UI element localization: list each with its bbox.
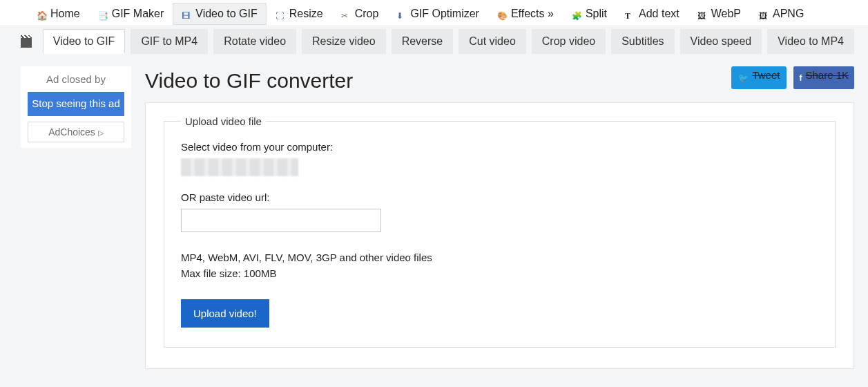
stop-seeing-ad-button[interactable]: Stop seeing this ad <box>28 92 124 116</box>
topnav-gifmaker-label: GIF Maker <box>112 8 164 20</box>
topnav-home-label: Home <box>50 8 80 20</box>
topnav-home[interactable]: Home <box>28 3 89 25</box>
url-label: OR paste video url: <box>181 191 818 203</box>
clapperboard-icon <box>21 35 32 48</box>
topnav-video2gif[interactable]: Video to GIF <box>173 3 267 25</box>
topnav-crop-label: Crop <box>355 8 379 20</box>
video-icon <box>182 9 193 19</box>
format-hint: MP4, WebM, AVI, FLV, MOV, 3GP and other … <box>181 250 818 281</box>
topnav-split-label: Split <box>586 8 607 20</box>
crop-icon <box>341 9 352 19</box>
tab-rot[interactable]: Rotate video <box>213 29 296 54</box>
topnav-resize-label: Resize <box>289 8 323 20</box>
topnav-apng[interactable]: APNG <box>750 3 813 25</box>
upload-panel: Upload video file Select video from your… <box>145 102 854 369</box>
tab-v2m[interactable]: Video to MP4 <box>767 29 854 54</box>
upload-legend: Upload video file <box>181 115 266 127</box>
adchoices-button[interactable]: AdChoices▷ <box>28 122 124 142</box>
upload-video-button[interactable]: Upload video! <box>181 299 269 328</box>
topnav-gifmaker[interactable]: GIF Maker <box>89 3 173 25</box>
facebook-icon: f <box>799 73 802 83</box>
ad-sidebar: Ad closed by Stop seeing this ad AdChoic… <box>21 66 131 148</box>
split-icon <box>572 9 583 19</box>
tab-spd[interactable]: Video speed <box>680 29 762 54</box>
topnav-optimizer[interactable]: GIF Optimizer <box>387 3 488 25</box>
tab-v2g[interactable]: Video to GIF <box>43 29 126 54</box>
twitter-icon: 🐦 <box>738 73 749 83</box>
hint-line-2: Max file size: 100MB <box>181 267 276 279</box>
tweet-button[interactable]: 🐦Tweet <box>731 66 787 89</box>
topnav-effects[interactable]: Effects » <box>488 3 563 25</box>
topnav-webp-label: WebP <box>711 8 741 20</box>
file-input-placeholder[interactable] <box>181 158 298 176</box>
eff-icon <box>497 9 508 19</box>
topnav-split[interactable]: Split <box>563 3 616 25</box>
webp-icon <box>697 9 708 19</box>
facebook-share-button[interactable]: fShare 1K <box>793 66 854 89</box>
topnav-crop[interactable]: Crop <box>332 3 388 25</box>
apng-icon <box>759 9 770 19</box>
home-icon <box>37 9 48 19</box>
tab-g2m[interactable]: GIF to MP4 <box>131 29 208 54</box>
topnav-optimizer-label: GIF Optimizer <box>410 8 479 20</box>
topnav-resize[interactable]: Resize <box>267 3 332 25</box>
social-buttons: 🐦Tweet fShare 1K <box>731 66 854 89</box>
ad-closed-by-text: Ad closed by <box>21 69 131 89</box>
topnav-apng-label: APNG <box>773 8 804 20</box>
facebook-share-label: Share 1K <box>805 69 849 81</box>
page-title: Video to GIF converter <box>145 69 353 93</box>
topnav-webp[interactable]: WebP <box>688 3 750 25</box>
main-content: Video to GIF converter 🐦Tweet fShare 1K … <box>145 66 854 369</box>
hint-line-1: MP4, WebM, AVI, FLV, MOV, 3GP and other … <box>181 252 432 263</box>
tab-rev[interactable]: Reverse <box>392 29 454 54</box>
gif-icon <box>98 9 109 19</box>
tab-sub[interactable]: Subtitles <box>611 29 674 54</box>
top-nav: HomeGIF MakerVideo to GIFResizeCropGIF O… <box>0 0 868 25</box>
topnav-effects-label: Effects » <box>511 8 554 20</box>
topnav-video2gif-label: Video to GIF <box>195 8 258 20</box>
topnav-addtext[interactable]: Add text <box>616 3 688 25</box>
resize-icon <box>276 9 287 19</box>
text-icon <box>625 9 636 19</box>
topnav-addtext-label: Add text <box>639 8 679 20</box>
tweet-label: Tweet <box>752 69 780 81</box>
upload-fieldset: Upload video file Select video from your… <box>164 115 836 348</box>
video-tools-tabbar: Video to GIFGIF to MP4Rotate videoResize… <box>0 25 868 58</box>
select-file-label: Select video from your computer: <box>181 141 818 153</box>
tab-cut[interactable]: Cut video <box>459 29 526 54</box>
video-url-input[interactable] <box>181 209 381 232</box>
tab-cropv[interactable]: Crop video <box>532 29 606 54</box>
opt-icon <box>396 9 407 19</box>
adchoices-icon: ▷ <box>98 129 104 137</box>
tab-resv[interactable]: Resize video <box>302 29 386 54</box>
adchoices-label: AdChoices <box>48 126 95 138</box>
